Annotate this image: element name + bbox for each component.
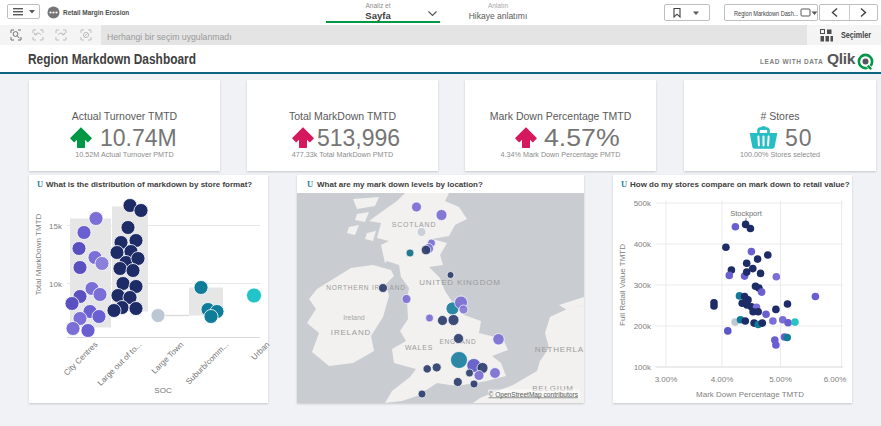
svg-text:Suburb/comm...: Suburb/comm... bbox=[184, 340, 230, 386]
svg-text:6.00%: 6.00% bbox=[824, 375, 847, 384]
svg-text:Mark Down Percentage TMTD: Mark Down Percentage TMTD bbox=[696, 390, 804, 399]
svg-text:500k: 500k bbox=[634, 199, 652, 208]
svg-text:UNITED KINGDOM: UNITED KINGDOM bbox=[419, 278, 500, 287]
svg-text:Full Retail Value TMTD: Full Retail Value TMTD bbox=[618, 244, 627, 326]
svg-text:SCOTLAND: SCOTLAND bbox=[392, 221, 437, 228]
svg-text:Large Town: Large Town bbox=[150, 340, 186, 376]
svg-text:5.00%: 5.00% bbox=[769, 375, 792, 384]
svg-text:10k: 10k bbox=[49, 280, 63, 289]
svg-text:3.00%: 3.00% bbox=[655, 375, 678, 384]
svg-text:City Centres: City Centres bbox=[62, 340, 99, 377]
svg-text:Large out of to...: Large out of to... bbox=[96, 340, 144, 388]
svg-text:Urban: Urban bbox=[250, 340, 272, 362]
svg-text:15k: 15k bbox=[49, 222, 63, 231]
svg-text:NETHERLANDS: NETHERLANDS bbox=[535, 345, 584, 354]
svg-text:100k: 100k bbox=[634, 363, 652, 372]
svg-text:4.00%: 4.00% bbox=[711, 375, 734, 384]
svg-text:© OpenStreetMap contributors: © OpenStreetMap contributors bbox=[488, 391, 578, 399]
svg-text:SOC: SOC bbox=[154, 386, 172, 395]
svg-text:IRELAND: IRELAND bbox=[331, 328, 371, 337]
svg-text:Ireland: Ireland bbox=[343, 314, 365, 321]
svg-text:Stockport: Stockport bbox=[730, 209, 763, 218]
svg-text:200k: 200k bbox=[634, 322, 652, 331]
svg-text:NORTHERN IRELAND: NORTHERN IRELAND bbox=[326, 284, 406, 291]
svg-text:300k: 300k bbox=[634, 281, 652, 290]
svg-text:Total MarkDown TMTD: Total MarkDown TMTD bbox=[34, 213, 43, 295]
svg-text:WALES: WALES bbox=[405, 344, 433, 351]
svg-text:400k: 400k bbox=[634, 240, 652, 249]
